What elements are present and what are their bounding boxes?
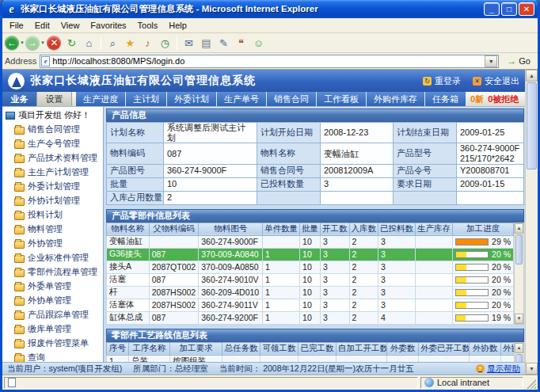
relogin-button[interactable]: ↻ 重登录 <box>423 75 461 87</box>
nav-item[interactable]: 外委计划 <box>167 92 217 106</box>
scroll-up-arrow[interactable]: ▲ <box>526 70 538 82</box>
活塞体[interactable]: 活塞体 2087HS002 360-274-9011V 1 10 3 2 3 <box>107 299 514 311</box>
变幅油缸[interactable]: 变幅油缸 360-274-9000F 10 3 2 3 <box>107 235 514 248</box>
menu-item[interactable]: Tools <box>132 19 164 32</box>
scrollbar-thumb[interactable] <box>515 354 523 362</box>
discuss-icon[interactable]: ❝ <box>233 34 249 51</box>
minimize-button[interactable]: _ <box>484 2 500 16</box>
search-icon[interactable]: ⌕ <box>105 34 121 51</box>
scroll-down-arrow[interactable]: ▼ <box>526 363 538 375</box>
nav-item[interactable]: 主计划 <box>126 92 167 106</box>
product-info-row: 计划名称 系统调整后测试主计划 计划开始日期 2008-12-23 计划结束日期… <box>107 123 524 143</box>
sidebar-item[interactable]: 查询 <box>4 350 103 362</box>
progress-label: 20 % <box>492 262 511 272</box>
G36接头[interactable]: G36接头 087 370-009-A0840 1 10 3 2 3 <box>107 248 514 261</box>
sidebar-item[interactable]: 销售合同管理 <box>4 122 103 136</box>
print-icon[interactable]: ▤ <box>198 34 215 51</box>
column-header: 自加工开工数 <box>337 342 387 355</box>
zone-label: Local intranet <box>437 378 489 387</box>
column-header: 物料名称 <box>107 223 150 235</box>
scroll-down-arrow[interactable]: ▼ <box>515 314 523 324</box>
chevron-down-icon[interactable]: ▼ <box>20 40 25 45</box>
nav-item[interactable]: 生产进度 <box>76 92 126 106</box>
route-table: 序号工序名称加工要求总任务数可领工数已完工数自加工开工数外委数外委已开工数外协数… <box>106 342 514 362</box>
mail-icon[interactable]: ✉ <box>181 34 197 51</box>
browser-scrollbar: ▲ ▼ <box>525 70 538 375</box>
menu-item[interactable]: Help <box>163 19 192 32</box>
chevron-down-icon[interactable]: ▼ <box>40 40 45 45</box>
logout-button[interactable]: ✕ 安全退出 <box>473 75 519 87</box>
messenger-icon[interactable]: ☺ <box>250 34 267 51</box>
scroll-up-arrow[interactable]: ▲ <box>515 223 523 234</box>
menu-bar: FileEditViewFavoritesToolsHelp <box>2 18 538 33</box>
stop-icon[interactable]: ✕ <box>46 34 63 51</box>
show-help-link[interactable]: ? 显示帮助 <box>476 363 520 375</box>
column-header: 加工进度 <box>453 223 514 235</box>
maximize-button[interactable]: □ <box>501 2 517 16</box>
menu-item[interactable]: Favorites <box>85 19 131 32</box>
nav-item[interactable]: 销售合同 <box>267 92 317 106</box>
history-icon[interactable]: ◷ <box>157 34 173 51</box>
home-icon[interactable]: ⌂ <box>81 34 97 51</box>
menu-item[interactable]: Edit <box>29 19 55 32</box>
sidebar-tree: 项目开发组 你好！ 销售合同管理 生产令号管理 <box>2 107 104 362</box>
活塞[interactable]: 活塞 087 360-274-9010V 1 10 3 2 3 <box>107 273 514 286</box>
sidebar-item[interactable]: 物料管理 <box>4 222 103 236</box>
go-button[interactable]: → Go <box>502 54 535 69</box>
sidebar-item[interactable]: 外协计划管理 <box>4 193 103 207</box>
refresh-icon[interactable]: ↻ <box>63 34 80 51</box>
progress-label: 20 % <box>492 300 511 310</box>
favorites-icon[interactable]: ★ <box>122 34 139 51</box>
route-list-section: 零部件工艺路线信息列表 序号工序名称加工要求总任务数可领工数已完工数自加工开工数… <box>106 329 524 362</box>
tab-business[interactable]: 业务 <box>2 92 37 106</box>
field-value: 2009-01-15 <box>457 177 524 191</box>
sidebar-item[interactable]: 投料计划 <box>4 207 103 222</box>
progress-label: 19 % <box>492 313 511 322</box>
nav-item[interactable]: 任务箱 <box>425 92 466 106</box>
close-button[interactable]: ✕ <box>519 2 534 16</box>
media-icon[interactable]: ♪ <box>139 34 156 51</box>
sidebar-item[interactable]: 外协单管理 <box>4 293 103 307</box>
column-header: 外委已开工数 <box>419 342 470 355</box>
sidebar-item[interactable]: 外委计划管理 <box>4 179 103 193</box>
title-bar[interactable]: e 张家口长城液压油缸有限公司管理信息系统 - Microsoft Intern… <box>2 0 538 18</box>
sidebar-item[interactable]: 零部件流程单管理 <box>4 265 103 279</box>
sidebar-item[interactable]: 外委单管理 <box>4 279 103 293</box>
tab-settings[interactable]: 设置 <box>37 92 72 106</box>
nav-item[interactable]: 外购件库存 <box>367 92 425 106</box>
sidebar-item[interactable]: 产品技术资料管理 <box>4 150 103 165</box>
column-header: 外委数 <box>387 342 419 355</box>
progress-label: 20 % <box>492 287 511 297</box>
nav-item[interactable]: 生产单号 <box>217 92 267 106</box>
forward-icon[interactable]: →▼ <box>25 34 45 51</box>
nav-item[interactable]: 工作看板 <box>317 92 367 106</box>
scrollbar-thumb[interactable] <box>515 234 523 265</box>
sidebar-item[interactable]: 报废件管理菜单 <box>4 336 103 350</box>
tree-root-node[interactable]: 项目开发组 你好！ <box>4 108 103 122</box>
address-input[interactable]: e http://localhost:8080/MPS/login.do ▼ <box>40 55 499 68</box>
scrollbar-thumb[interactable] <box>527 82 537 169</box>
menu-item[interactable]: View <box>55 19 86 32</box>
route-table-row[interactable]: 1 总装 按图组装 <box>107 355 515 362</box>
sidebar-item[interactable]: 生产令号管理 <box>4 136 103 150</box>
address-url[interactable]: http://localhost:8080/MPS/login.do <box>52 56 482 66</box>
sidebar-item[interactable]: 外协管理 <box>4 236 103 250</box>
sidebar-item[interactable]: 产品跟踪单管理 <box>4 307 103 322</box>
back-icon[interactable]: ←▼ <box>5 34 25 51</box>
resize-grip[interactable] <box>526 377 536 389</box>
taskbox-badges: 0新 0被拒绝 <box>466 92 523 106</box>
sidebar-item[interactable]: 主生产计划管理 <box>4 165 103 179</box>
sidebar-item[interactable]: 企业标准件管理 <box>4 250 103 265</box>
接头A[interactable]: 接头A 2087QT002 370-009-A0850 1 10 3 2 3 <box>107 261 514 273</box>
field-value: 087 <box>164 143 257 164</box>
column-header: 总任务数 <box>222 342 260 355</box>
scroll-up-arrow[interactable]: ▲ <box>515 343 523 353</box>
folder-icon <box>14 341 25 348</box>
edit-icon[interactable]: ✎ <box>215 34 232 51</box>
sidebar-item[interactable]: 缴库单管理 <box>4 322 103 336</box>
field-label: 产品型号 <box>394 143 457 164</box>
缸体总成[interactable]: 缸体总成 087 360-274-9200F 1 10 3 2 4 <box>107 311 514 324</box>
杆[interactable]: 杆 2087HS002 360-209-4D010 1 10 3 2 3 <box>107 286 514 299</box>
address-dropdown-button[interactable]: ▼ <box>485 55 497 67</box>
menu-item[interactable]: File <box>4 19 29 32</box>
